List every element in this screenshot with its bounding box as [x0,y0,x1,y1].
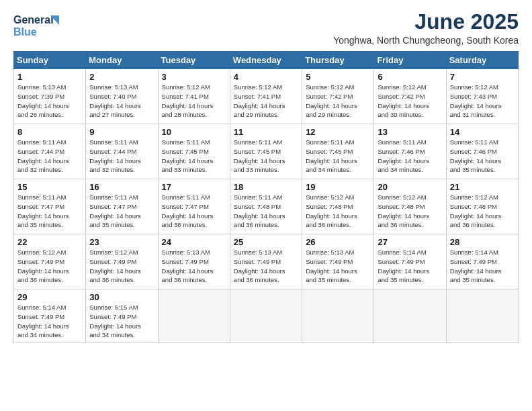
table-row: 27Sunrise: 5:14 AMSunset: 7:49 PMDayligh… [374,234,446,289]
table-row: 29Sunrise: 5:14 AMSunset: 7:49 PMDayligh… [14,289,86,343]
table-row: 30Sunrise: 5:15 AMSunset: 7:49 PMDayligh… [86,289,158,343]
table-row: 22Sunrise: 5:12 AMSunset: 7:49 PMDayligh… [14,234,86,289]
table-row: 8Sunrise: 5:11 AMSunset: 7:44 PMDaylight… [14,124,86,179]
col-thursday: Thursday [302,52,374,69]
table-row: 18Sunrise: 5:11 AMSunset: 7:48 PMDayligh… [230,179,302,234]
table-row: 9Sunrise: 5:11 AMSunset: 7:44 PMDaylight… [86,124,158,179]
col-monday: Monday [86,52,158,69]
table-row: 13Sunrise: 5:11 AMSunset: 7:46 PMDayligh… [374,124,446,179]
table-row: 21Sunrise: 5:12 AMSunset: 7:48 PMDayligh… [446,179,518,234]
week-row-3: 15Sunrise: 5:11 AMSunset: 7:47 PMDayligh… [14,179,519,234]
table-row: 25Sunrise: 5:13 AMSunset: 7:49 PMDayligh… [230,234,302,289]
logo: General Blue [13,10,64,43]
col-saturday: Saturday [446,52,518,69]
calendar-title: June 2025 [333,10,519,34]
week-row-4: 22Sunrise: 5:12 AMSunset: 7:49 PMDayligh… [14,234,519,289]
table-row: 20Sunrise: 5:12 AMSunset: 7:48 PMDayligh… [374,179,446,234]
calendar-page: General Blue June 2025 Yonghwa, North Ch… [0,0,532,411]
table-row: 5Sunrise: 5:12 AMSunset: 7:42 PMDaylight… [302,69,374,124]
table-row [230,289,302,343]
table-row: 16Sunrise: 5:11 AMSunset: 7:47 PMDayligh… [86,179,158,234]
table-row [446,289,518,343]
svg-text:Blue: Blue [13,26,37,38]
table-row [158,289,230,343]
col-sunday: Sunday [14,52,86,69]
week-row-5: 29Sunrise: 5:14 AMSunset: 7:49 PMDayligh… [14,289,519,343]
table-row: 17Sunrise: 5:11 AMSunset: 7:47 PMDayligh… [158,179,230,234]
table-row: 12Sunrise: 5:11 AMSunset: 7:45 PMDayligh… [302,124,374,179]
table-row: 3Sunrise: 5:12 AMSunset: 7:41 PMDaylight… [158,69,230,124]
table-row: 7Sunrise: 5:12 AMSunset: 7:43 PMDaylight… [446,69,518,124]
table-row: 23Sunrise: 5:12 AMSunset: 7:49 PMDayligh… [86,234,158,289]
header-row: Sunday Monday Tuesday Wednesday Thursday… [14,52,519,69]
calendar-table: Sunday Monday Tuesday Wednesday Thursday… [13,51,519,343]
table-row: 11Sunrise: 5:11 AMSunset: 7:45 PMDayligh… [230,124,302,179]
header: General Blue June 2025 Yonghwa, North Ch… [13,10,519,46]
table-row: 6Sunrise: 5:12 AMSunset: 7:42 PMDaylight… [374,69,446,124]
table-row [302,289,374,343]
table-row: 26Sunrise: 5:13 AMSunset: 7:49 PMDayligh… [302,234,374,289]
title-block: June 2025 Yonghwa, North Chungcheong, So… [333,10,519,46]
table-row: 4Sunrise: 5:12 AMSunset: 7:41 PMDaylight… [230,69,302,124]
svg-text:General: General [13,14,54,26]
table-row: 1Sunrise: 5:13 AMSunset: 7:39 PMDaylight… [14,69,86,124]
table-row: 15Sunrise: 5:11 AMSunset: 7:47 PMDayligh… [14,179,86,234]
table-row [374,289,446,343]
table-row: 14Sunrise: 5:11 AMSunset: 7:46 PMDayligh… [446,124,518,179]
week-row-1: 1Sunrise: 5:13 AMSunset: 7:39 PMDaylight… [14,69,519,124]
col-wednesday: Wednesday [230,52,302,69]
week-row-2: 8Sunrise: 5:11 AMSunset: 7:44 PMDaylight… [14,124,519,179]
col-friday: Friday [374,52,446,69]
table-row: 28Sunrise: 5:14 AMSunset: 7:49 PMDayligh… [446,234,518,289]
table-row: 10Sunrise: 5:11 AMSunset: 7:45 PMDayligh… [158,124,230,179]
col-tuesday: Tuesday [158,52,230,69]
logo-icon: General Blue [13,10,64,40]
table-row: 24Sunrise: 5:13 AMSunset: 7:49 PMDayligh… [158,234,230,289]
table-row: 19Sunrise: 5:12 AMSunset: 7:48 PMDayligh… [302,179,374,234]
table-row: 2Sunrise: 5:13 AMSunset: 7:40 PMDaylight… [86,69,158,124]
calendar-subtitle: Yonghwa, North Chungcheong, South Korea [333,35,519,46]
